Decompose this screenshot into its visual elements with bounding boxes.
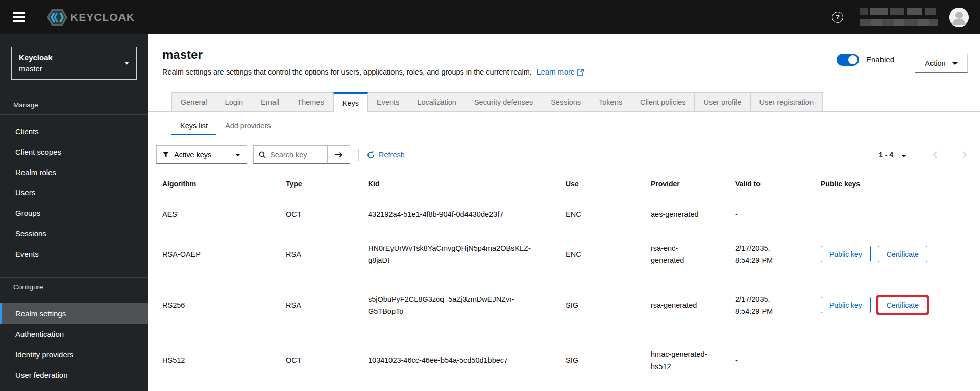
sidebar-item-users[interactable]: Users [0, 182, 148, 203]
brand-text: KEYCLOAK [70, 11, 135, 23]
sidebar-item-clients[interactable]: Clients [0, 121, 148, 141]
cell-kid: s5jObuPyF2CL8G3zoq_5aZj3zmDwEJNZvr-G5TBo… [368, 293, 566, 317]
question-icon: ? [836, 13, 840, 21]
cell-algorithm: RS256 [162, 299, 286, 311]
tab-themes[interactable]: Themes [288, 92, 333, 111]
tab-localization[interactable]: Localization [408, 92, 465, 111]
sidebar-item-client-scopes[interactable]: Client scopes [0, 141, 148, 162]
search-key-input[interactable] [270, 151, 322, 159]
masthead: KEYCLOAK ? [0, 0, 980, 34]
external-link-icon [577, 69, 584, 76]
search-submit-button[interactable] [328, 145, 350, 164]
sidebar-item-events[interactable]: Events [0, 243, 148, 264]
chevron-down-icon [952, 62, 958, 65]
table-row: AES OCT 432192a4-51e1-4f8b-904f-0d4430de… [148, 198, 980, 231]
avatar[interactable] [949, 8, 969, 27]
cell-algorithm: RSA-OAEP [162, 248, 286, 260]
tab-keys[interactable]: Keys [333, 92, 368, 112]
sidebar-item-identity-providers[interactable]: Identity providers [0, 344, 148, 364]
public-key-button[interactable]: Public key [821, 246, 871, 262]
keycloak-logo[interactable]: KEYCLOAK [47, 8, 135, 27]
tab-user-profile[interactable]: User profile [695, 92, 750, 111]
subtab-keys-list[interactable]: Keys list [172, 117, 216, 135]
redacted-text-row [860, 19, 938, 26]
page-header: master Realm settings are settings that … [148, 34, 980, 77]
column-header-provider: Provider [651, 180, 735, 188]
cell-provider: aes-generated [651, 208, 735, 221]
column-header-public-keys: Public keys [821, 180, 980, 188]
tab-general[interactable]: General [172, 92, 216, 111]
enabled-toggle[interactable] [837, 54, 859, 66]
hamburger-icon [13, 12, 24, 14]
arrow-right-icon [335, 151, 343, 158]
nav-section-manage: Manage Clients Client scopes Realm roles… [0, 95, 148, 264]
search-group [253, 145, 350, 164]
cell-type: RSA [286, 299, 368, 311]
nav-section-title: Configure [0, 277, 148, 297]
table-header-row: Algorithm Type Kid Use Provider Valid to… [148, 169, 980, 198]
sidebar-item-sessions[interactable]: Sessions [0, 223, 148, 243]
learn-more-link[interactable]: Learn more [537, 67, 584, 77]
redacted-text-row [860, 8, 938, 15]
cell-use: SIG [566, 354, 651, 366]
realm-selector-realm: master [19, 63, 53, 75]
chevron-left-icon [932, 153, 938, 160]
pagination-next-button[interactable] [962, 151, 968, 159]
tab-sessions[interactable]: Sessions [542, 92, 590, 111]
key-filter-dropdown[interactable]: Active keys [156, 145, 247, 164]
cell-kid: 432192a4-51e1-4f8b-904f-0d4430de23f7 [368, 208, 566, 221]
cell-provider: hmac-generated-hs512 [651, 348, 735, 373]
pagination-options-toggle[interactable] [899, 149, 909, 161]
public-key-button[interactable]: Public key [821, 297, 871, 313]
nav-toggle-button[interactable] [12, 10, 26, 24]
cell-type: OCT [286, 208, 368, 221]
sidebar-item-realm-settings[interactable]: Realm settings [0, 303, 148, 324]
header-actions: Enabled Action [837, 47, 968, 77]
sidebar-item-authentication[interactable]: Authentication [0, 324, 148, 344]
table-row: HS512 OCT 10341023-46cc-46ee-b54a-5cd50d… [148, 333, 980, 387]
sidebar-item-realm-roles[interactable]: Realm roles [0, 162, 148, 182]
cell-type: RSA [286, 248, 368, 260]
table-row: RSA-OAEP RSA HN0rEyUrWvTsk8YaCmvgQHjN5p4… [148, 231, 980, 277]
tab-email[interactable]: Email [252, 92, 288, 111]
tab-security-defenses[interactable]: Security defenses [465, 92, 542, 111]
column-header-valid-to: Valid to [735, 180, 821, 188]
pagination-prev-button[interactable] [932, 151, 938, 159]
keys-subtabs: Keys list Add providers [148, 117, 980, 135]
cell-valid-to: - [735, 208, 821, 221]
refresh-button[interactable]: Refresh [367, 151, 405, 159]
pagination: 1 - 4 [879, 149, 968, 161]
cell-use: SIG [566, 299, 651, 311]
cell-valid-to: 2/17/2035, 8:54:29 PM [735, 293, 821, 317]
cell-algorithm: HS512 [162, 354, 286, 366]
sidebar-item-groups[interactable]: Groups [0, 203, 148, 223]
realm-selector[interactable]: Keycloak master [11, 47, 137, 80]
tab-tokens[interactable]: Tokens [590, 92, 631, 111]
cell-provider: rsa-generated [651, 299, 735, 311]
cell-type: OCT [286, 354, 368, 366]
column-header-kid: Kid [368, 180, 566, 188]
tab-client-policies[interactable]: Client policies [631, 92, 695, 111]
page-description: Realm settings are settings that control… [162, 67, 584, 77]
tab-user-registration[interactable]: User registration [751, 92, 823, 111]
tab-login[interactable]: Login [216, 92, 252, 111]
action-dropdown-button[interactable]: Action [915, 54, 968, 73]
certificate-button[interactable]: Certificate [878, 246, 927, 262]
cell-algorithm: AES [162, 208, 286, 221]
realm-selector-name: Keycloak [19, 52, 53, 63]
column-header-use: Use [566, 180, 651, 188]
search-icon [259, 151, 266, 158]
certificate-button-highlighted[interactable]: Certificate [878, 297, 927, 313]
subtab-add-providers[interactable]: Add providers [216, 117, 279, 135]
realm-settings-tabs: General Login Email Themes Keys Events L… [148, 92, 980, 112]
help-button[interactable]: ? [832, 12, 843, 23]
masthead-right: ? [832, 8, 969, 27]
chevron-down-icon [235, 154, 240, 156]
cell-kid: 10341023-46cc-46ee-b54a-5cd50d1bbec7 [368, 354, 566, 366]
cell-provider: rsa-enc-generated [651, 242, 735, 266]
page-title: master [162, 47, 584, 62]
cell-kid: HN0rEyUrWvTsk8YaCmvgQHjN5p4ma2OBsKLZ-g8j… [368, 242, 566, 266]
cell-valid-to: - [735, 354, 821, 366]
tab-events[interactable]: Events [368, 92, 408, 111]
sidebar-item-user-federation[interactable]: User federation [0, 364, 148, 385]
